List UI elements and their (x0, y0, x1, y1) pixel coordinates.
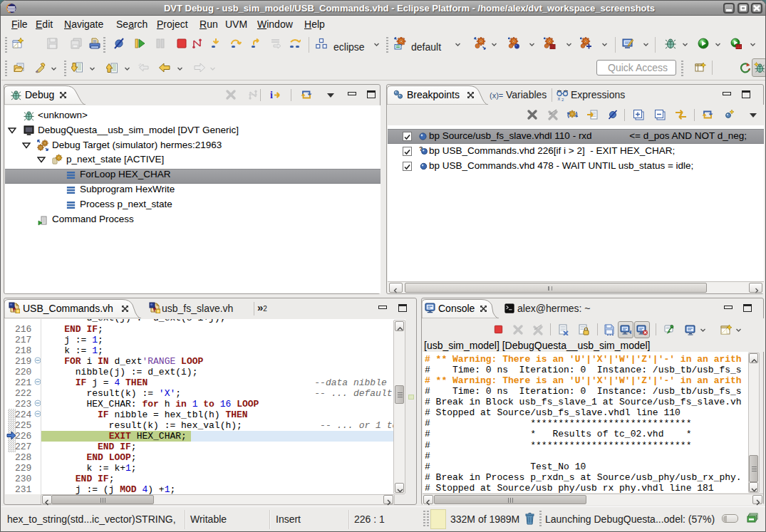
svg-text:2: 2 (561, 98, 564, 102)
svg-text:x: x (558, 95, 561, 101)
svg-text:?: ? (419, 145, 423, 152)
svg-text:i: i (270, 90, 273, 100)
